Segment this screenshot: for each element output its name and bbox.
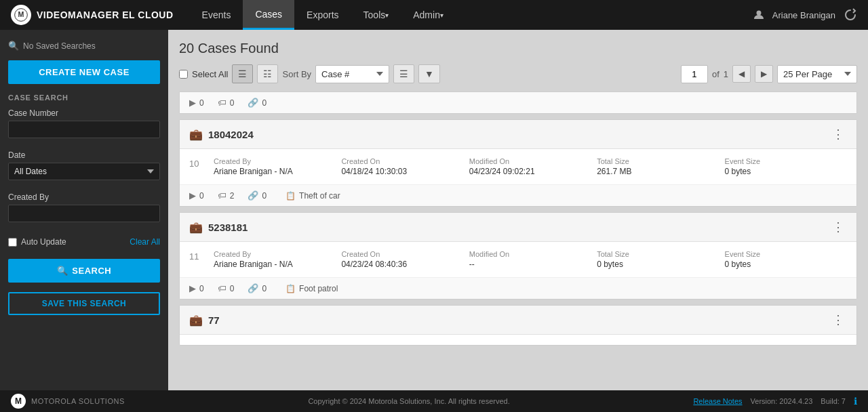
- prev-page-button[interactable]: ◀: [732, 65, 751, 83]
- case-card-header-11: 💼 5238181 ⋮: [180, 213, 856, 242]
- footer-tag-10: 📋 Theft of car: [285, 191, 340, 201]
- search-icon: 🔍: [8, 41, 19, 51]
- release-notes-link[interactable]: Release Notes: [693, 397, 742, 405]
- clear-all-link[interactable]: Clear All: [130, 237, 160, 247]
- case-index-11: 11: [189, 250, 203, 269]
- case-body-10: 10 Created By Ariane Branigan - N/A Crea…: [180, 149, 856, 184]
- nav-events[interactable]: Events: [190, 0, 243, 30]
- nav-admin[interactable]: Admin: [401, 0, 456, 30]
- nav-cases[interactable]: Cases: [243, 0, 294, 30]
- tag-icon: 🏷: [218, 98, 226, 108]
- case-menu-button-12[interactable]: ⋮: [829, 312, 847, 327]
- refresh-icon[interactable]: [844, 8, 857, 22]
- case-card-header-10: 💼 18042024 ⋮: [180, 120, 856, 149]
- toolbar: Select All ☰ ☷ Sort By Case # Created On…: [179, 64, 857, 83]
- per-page-select[interactable]: 25 Per Page 50 Per Page 100 Per Page: [777, 65, 857, 83]
- partial-stat-link: 🔗 0: [248, 98, 267, 108]
- select-all-checkbox[interactable]: [179, 70, 188, 79]
- created-on-field-11: Created On 04/23/24 08:40:36: [341, 250, 463, 269]
- partial-stat-video: ▶ 0: [189, 98, 204, 108]
- case-details-10: Created By Ariane Branigan - N/A Created…: [214, 157, 847, 176]
- date-label: Date: [8, 150, 160, 160]
- footer-copyright: Copyright © 2024 Motorola Solutions, Inc…: [136, 397, 683, 405]
- link-icon-11: 🔗: [248, 283, 258, 293]
- tag-label-icon-10: 📋: [285, 191, 296, 201]
- video-icon: ▶: [189, 98, 196, 108]
- page-number-input[interactable]: 1: [681, 65, 708, 83]
- footer-stat-link-10: 🔗 0: [248, 190, 267, 201]
- created-by-input[interactable]: [8, 205, 160, 222]
- date-select[interactable]: All Dates Today Last 7 Days Last 30 Days…: [8, 163, 160, 180]
- tag-icon-10: 🏷: [218, 190, 226, 201]
- username: Ariane Branigan: [772, 10, 835, 20]
- case-number-10: 18042024: [208, 129, 829, 140]
- top-nav: M VIDEOMANAGER EL CLOUD Events Cases Exp…: [0, 0, 868, 30]
- nav-tools[interactable]: Tools: [351, 0, 401, 30]
- nav-exports[interactable]: Exports: [294, 0, 351, 30]
- sort-asc-button[interactable]: ☰: [393, 64, 414, 83]
- case-number-input[interactable]: [8, 121, 160, 138]
- footer-stat-link-11: 🔗 0: [248, 283, 267, 293]
- svg-text:M: M: [18, 10, 24, 18]
- case-menu-button-10[interactable]: ⋮: [829, 127, 847, 142]
- case-briefcase-icon-10: 💼: [189, 128, 203, 141]
- motorola-logo: M: [11, 5, 31, 25]
- main-layout: 🔍 No Saved Searches CREATE NEW CASE CASE…: [0, 30, 868, 390]
- no-saved-searches: 🔍 No Saved Searches: [8, 38, 160, 54]
- case-number-label: Case Number: [8, 108, 160, 118]
- partial-stat-tag: 🏷 0: [218, 98, 235, 108]
- auto-update-checkbox[interactable]: [8, 238, 17, 247]
- case-number-12: 77: [208, 314, 829, 326]
- case-details-11: Created By Ariane Branigan - N/A Created…: [214, 250, 847, 269]
- save-search-button[interactable]: SAVE THIS SEARCH: [8, 292, 160, 315]
- case-footer-10: ▶ 0 🏷 2 🔗 0 📋 Theft of car: [180, 184, 856, 206]
- modified-on-field-11: Modified On --: [469, 250, 591, 269]
- footer-version: Version: 2024.4.23: [751, 397, 813, 405]
- case-search-label: CASE SEARCH: [8, 94, 160, 102]
- footer-stat-tag-11: 🏷 0: [218, 283, 235, 293]
- video-play-icon-10: ▶: [189, 190, 196, 201]
- next-page-button[interactable]: ▶: [755, 65, 773, 83]
- tag-icon-11: 🏷: [218, 283, 226, 293]
- created-on-field-10: Created On 04/18/24 10:30:03: [341, 157, 463, 176]
- partial-card-footer: ▶ 0 🏷 0 🔗 0: [180, 92, 856, 113]
- grid-view-button[interactable]: ☷: [257, 64, 278, 83]
- footer-right: Release Notes Version: 2024.4.23 Build: …: [693, 396, 857, 407]
- sort-desc-button[interactable]: ▼: [418, 64, 440, 83]
- footer-build: Build: 7: [821, 397, 846, 405]
- nav-items: Events Cases Exports Tools Admin: [190, 0, 753, 30]
- list-view-button[interactable]: ☰: [232, 64, 253, 83]
- created-by-field-group: Created By: [8, 192, 160, 222]
- footer-bar: M MOTOROLA SOLUTIONS Copyright © 2024 Mo…: [0, 390, 868, 412]
- case-card-12: 💼 77 ⋮: [179, 305, 857, 346]
- case-index-10: 10: [189, 157, 203, 176]
- event-size-field-11: Event Size 0 bytes: [725, 250, 847, 269]
- sidebar: 🔍 No Saved Searches CREATE NEW CASE CASE…: [0, 30, 168, 390]
- page-total: 1: [724, 69, 728, 79]
- case-footer-11: ▶ 0 🏷 0 🔗 0 📋 Foot patrol: [180, 277, 856, 299]
- modified-on-field-10: Modified On 04/23/24 09:02:21: [469, 157, 591, 176]
- created-by-label: Created By: [8, 192, 160, 202]
- video-play-icon-11: ▶: [189, 283, 196, 293]
- case-briefcase-icon-12: 💼: [189, 314, 203, 327]
- info-icon[interactable]: ℹ: [854, 396, 857, 407]
- auto-update-row: Auto Update Clear All: [8, 237, 160, 247]
- auto-update-left: Auto Update: [8, 237, 66, 247]
- case-number-field-group: Case Number: [8, 108, 160, 138]
- svg-point-2: [756, 11, 761, 16]
- case-briefcase-icon-11: 💼: [189, 221, 203, 234]
- total-size-field-10: Total Size 261.7 MB: [597, 157, 719, 176]
- footer-logo: M: [11, 394, 26, 409]
- sort-select[interactable]: Case # Created On Modified On Total Size: [315, 65, 389, 83]
- footer-brand: M MOTOROLA SOLUTIONS: [11, 394, 125, 409]
- search-button[interactable]: 🔍 SEARCH: [8, 259, 160, 283]
- select-all-label: Select All: [192, 69, 228, 79]
- nav-right: Ariane Branigan: [753, 8, 857, 22]
- footer-tag-11: 📋 Foot patrol: [285, 284, 338, 293]
- toolbar-left: Select All ☰ ☷ Sort By Case # Created On…: [179, 64, 675, 83]
- create-case-button[interactable]: CREATE NEW CASE: [8, 60, 160, 84]
- total-size-field-11: Total Size 0 bytes: [597, 250, 719, 269]
- case-menu-button-11[interactable]: ⋮: [829, 220, 847, 234]
- date-field-group: Date All Dates Today Last 7 Days Last 30…: [8, 150, 160, 180]
- brand-title: VIDEOMANAGER EL CLOUD: [37, 9, 174, 20]
